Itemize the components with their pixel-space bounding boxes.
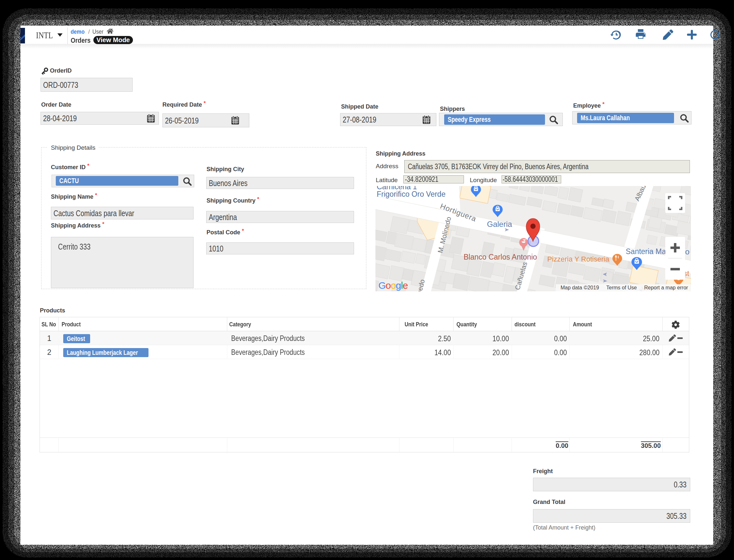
svg-text:Blanco Carlos Antonio: Blanco Carlos Antonio xyxy=(464,253,537,261)
svg-text:Galeria: Galeria xyxy=(487,220,512,228)
svg-text:Google: Google xyxy=(379,280,408,291)
svg-text:Pizzeria Y Rotiseria: Pizzeria Y Rotiseria xyxy=(547,255,610,263)
svg-text:Report a map error: Report a map error xyxy=(644,285,688,290)
svg-text:Terms of Use: Terms of Use xyxy=(606,285,637,290)
svg-text:Santeria Ma: Santeria Ma xyxy=(626,247,666,256)
svg-text:Frigorifico Oro Verde: Frigorifico Oro Verde xyxy=(377,190,446,198)
svg-text:Map data ©2019: Map data ©2019 xyxy=(561,285,599,290)
